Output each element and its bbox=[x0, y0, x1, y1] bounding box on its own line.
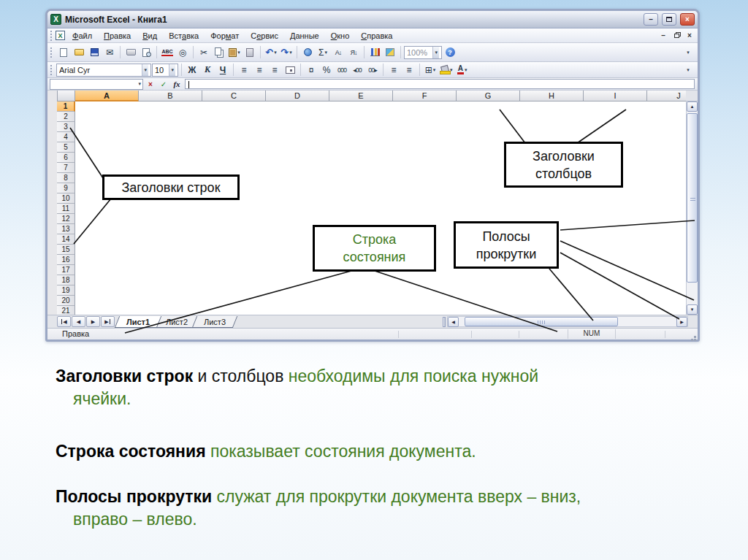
font-color-button[interactable]: А▾ bbox=[455, 63, 470, 77]
column-header-E[interactable]: E bbox=[329, 91, 393, 101]
font-size-combo[interactable]: 10▾ bbox=[152, 64, 178, 77]
italic-button[interactable]: К bbox=[200, 63, 215, 77]
currency-style-button[interactable]: ¤ bbox=[304, 63, 318, 77]
column-header-I[interactable]: I bbox=[584, 91, 647, 101]
formula-input[interactable] bbox=[185, 79, 695, 89]
open-button[interactable] bbox=[72, 45, 86, 60]
row-header-6[interactable]: 6 bbox=[57, 153, 75, 163]
minimize-button[interactable]: – bbox=[644, 13, 658, 26]
cell-grid[interactable] bbox=[75, 101, 686, 315]
increase-indent-button[interactable]: ≡ bbox=[402, 63, 416, 77]
merge-center-button[interactable] bbox=[283, 63, 297, 77]
row-header-4[interactable]: 4 bbox=[57, 132, 75, 142]
row-header-20[interactable]: 20 bbox=[57, 296, 75, 306]
menu-item-Данные[interactable]: Данные bbox=[284, 29, 325, 42]
toolbar-grip[interactable] bbox=[50, 47, 53, 58]
menu-item-Правка[interactable]: Правка bbox=[98, 29, 137, 42]
row-header-12[interactable]: 12 bbox=[57, 214, 75, 224]
row-header-17[interactable]: 17 bbox=[57, 265, 75, 275]
cut-button[interactable]: ✂ bbox=[196, 45, 211, 60]
underline-button[interactable]: Ч bbox=[215, 63, 230, 77]
toolbar-options-button[interactable]: ▾ bbox=[681, 45, 695, 60]
font-name-combo[interactable]: Arial Cyr▾ bbox=[56, 64, 151, 77]
chevron-down-icon[interactable]: ▾ bbox=[432, 47, 439, 58]
row-header-18[interactable]: 18 bbox=[57, 275, 75, 285]
menu-item-Сервис[interactable]: Сервис bbox=[245, 29, 284, 42]
row-header-19[interactable]: 19 bbox=[57, 285, 75, 296]
workbook-close-button[interactable]: × bbox=[684, 31, 695, 41]
bold-button[interactable]: Ж bbox=[185, 63, 199, 77]
zoom-combo[interactable]: 100%▾ bbox=[404, 46, 442, 59]
sort-descending-button[interactable]: Я↓ bbox=[346, 45, 361, 60]
cancel-entry-button[interactable]: × bbox=[145, 79, 156, 90]
row-header-21[interactable]: 21 bbox=[57, 306, 75, 315]
comma-style-button[interactable]: 000 bbox=[335, 63, 349, 77]
row-header-2[interactable]: 2 bbox=[57, 112, 75, 122]
column-header-D[interactable]: D bbox=[266, 91, 329, 101]
tab-split-handle[interactable] bbox=[443, 317, 446, 327]
scroll-up-button[interactable]: ▴ bbox=[687, 101, 698, 112]
undo-button[interactable]: ↶▾ bbox=[264, 45, 278, 60]
fill-color-button[interactable]: ▾ bbox=[438, 63, 454, 77]
toolbar-grip[interactable] bbox=[50, 31, 53, 41]
redo-button[interactable]: ↷▾ bbox=[279, 45, 294, 60]
paste-button[interactable]: ▾ bbox=[227, 45, 242, 60]
copy-button[interactable] bbox=[212, 45, 226, 60]
row-header-1[interactable]: 1 bbox=[57, 101, 75, 112]
sheet-tab-Лист3[interactable]: Лист3 bbox=[192, 316, 237, 328]
menu-item-Файл[interactable]: Файл bbox=[66, 29, 98, 42]
workbook-restore-button[interactable] bbox=[671, 31, 682, 41]
toolbar-grip[interactable] bbox=[50, 65, 53, 75]
column-header-B[interactable]: B bbox=[139, 91, 202, 101]
scroll-left-button[interactable]: ◀ bbox=[448, 317, 459, 327]
insert-function-button[interactable]: fx bbox=[171, 79, 183, 90]
horizontal-scroll-track[interactable] bbox=[459, 317, 676, 326]
first-sheet-button[interactable]: ◀ bbox=[57, 316, 71, 327]
chevron-down-icon[interactable]: ▾ bbox=[137, 80, 142, 89]
row-header-11[interactable]: 11 bbox=[57, 204, 75, 214]
column-header-G[interactable]: G bbox=[457, 91, 520, 101]
format-painter-button[interactable] bbox=[243, 45, 257, 60]
select-all-corner[interactable] bbox=[57, 91, 75, 101]
save-button[interactable] bbox=[87, 45, 102, 60]
column-header-J[interactable]: J bbox=[647, 91, 686, 101]
row-header-15[interactable]: 15 bbox=[57, 245, 75, 255]
scroll-right-button[interactable]: ▶ bbox=[676, 317, 687, 327]
drawing-button[interactable] bbox=[383, 45, 397, 60]
row-header-16[interactable]: 16 bbox=[57, 255, 75, 265]
increase-decimal-button[interactable]: ◂00 bbox=[350, 63, 365, 77]
chart-wizard-button[interactable] bbox=[367, 45, 382, 60]
sheet-tab-Лист1[interactable]: Лист1 bbox=[115, 316, 162, 328]
horizontal-scroll-thumb[interactable] bbox=[465, 317, 618, 326]
align-right-button[interactable]: ≡ bbox=[267, 63, 282, 77]
help-button[interactable]: ? bbox=[443, 45, 457, 60]
row-header-14[interactable]: 14 bbox=[57, 234, 75, 245]
decrease-decimal-button[interactable]: 00▸ bbox=[365, 63, 380, 77]
previous-sheet-button[interactable]: ◀ bbox=[72, 316, 85, 327]
toolbar-options-button[interactable]: ▾ bbox=[681, 63, 695, 77]
menu-item-Вид[interactable]: Вид bbox=[137, 29, 163, 42]
horizontal-scrollbar[interactable]: ◀ ▶ bbox=[447, 316, 688, 327]
menu-item-Вставка[interactable]: Вставка bbox=[163, 29, 205, 42]
workbook-minimize-button[interactable]: – bbox=[657, 31, 669, 41]
scroll-down-button[interactable]: ▾ bbox=[687, 304, 698, 315]
row-header-8[interactable]: 8 bbox=[57, 173, 75, 183]
last-sheet-button[interactable]: ▶ bbox=[101, 316, 115, 327]
percent-style-button[interactable]: % bbox=[319, 63, 334, 77]
new-button[interactable] bbox=[56, 45, 71, 60]
vertical-scrollbar[interactable]: ▴ ▾ bbox=[686, 101, 698, 315]
spelling-button[interactable]: ABC bbox=[160, 45, 175, 60]
row-header-9[interactable]: 9 bbox=[57, 183, 75, 193]
sort-ascending-button[interactable]: А↓ bbox=[331, 45, 346, 60]
close-button[interactable]: × bbox=[680, 13, 695, 26]
chevron-down-icon[interactable]: ▾ bbox=[142, 64, 148, 76]
column-header-H[interactable]: H bbox=[520, 91, 584, 101]
row-header-7[interactable]: 7 bbox=[57, 163, 75, 173]
column-header-A[interactable]: A bbox=[75, 91, 139, 101]
borders-button[interactable]: ⊞▾ bbox=[423, 63, 438, 77]
row-header-13[interactable]: 13 bbox=[57, 224, 75, 234]
decrease-indent-button[interactable]: ≡ bbox=[386, 63, 401, 77]
resize-grip-icon[interactable] bbox=[694, 336, 696, 338]
row-header-10[interactable]: 10 bbox=[57, 193, 75, 204]
email-button[interactable]: ✉ bbox=[102, 45, 117, 60]
